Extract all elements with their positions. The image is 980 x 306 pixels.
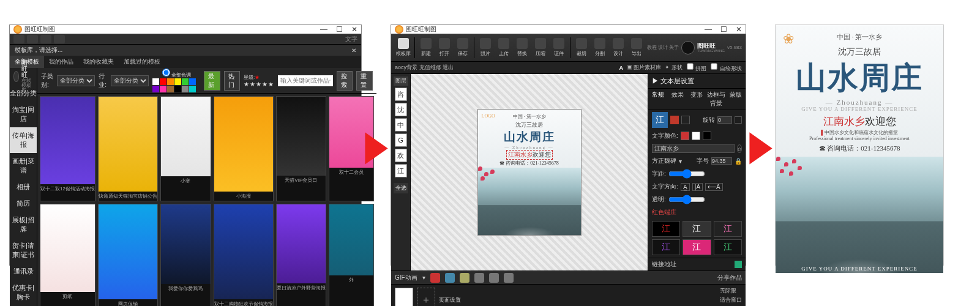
- template-card[interactable]: 剪纸: [40, 204, 95, 306]
- ribbon-undo-button[interactable]: 上传: [495, 38, 512, 57]
- ribbon-swap-button[interactable]: 替换: [514, 38, 531, 57]
- color-swatch[interactable]: [182, 86, 189, 92]
- layer-item[interactable]: G: [395, 133, 407, 147]
- copy-icon[interactable]: [445, 273, 455, 283]
- template-card[interactable]: 天猫VIP会员日: [276, 96, 326, 201]
- color-swatch[interactable]: [189, 86, 196, 92]
- lock-icon[interactable]: 🔒: [735, 158, 742, 165]
- size-input[interactable]: [711, 157, 732, 165]
- library-tab[interactable]: 加载过的模板: [119, 56, 165, 68]
- layer-item[interactable]: 江: [395, 164, 407, 177]
- category-item[interactable]: 相册: [10, 179, 37, 195]
- color-swatch[interactable]: [182, 78, 189, 85]
- dir-vertical-button[interactable]: |A: [692, 183, 703, 191]
- child-select[interactable]: 全部分类: [57, 75, 95, 86]
- toolbar-icon[interactable]: [27, 35, 38, 43]
- category-item[interactable]: 全部分类: [10, 85, 37, 102]
- hot-button[interactable]: 热门: [224, 71, 240, 91]
- color-all-radio[interactable]: [162, 69, 170, 76]
- minimize-icon[interactable]: —: [705, 25, 712, 34]
- industry-select[interactable]: 全部分类: [111, 75, 149, 86]
- layer-item[interactable]: 欢: [395, 149, 407, 162]
- maximize-icon[interactable]: ☐: [720, 25, 727, 34]
- dir-rtl-button[interactable]: ⟵A: [705, 183, 723, 191]
- color-swatch-icon[interactable]: [670, 116, 679, 124]
- dir-horizontal-button[interactable]: A̲: [681, 183, 690, 191]
- font-family-select[interactable]: 方正魏碑: [652, 157, 676, 165]
- template-card[interactable]: 小海报: [214, 96, 274, 201]
- text-preset[interactable]: 江: [683, 239, 711, 255]
- text-preset[interactable]: 江: [683, 221, 711, 237]
- canvas-area[interactable]: LOGO 中国 · 第一水乡 沈万三故居 山水周庄 — Zhouzhuang —…: [411, 74, 648, 271]
- template-card[interactable]: 双十二双12促销活动海报: [40, 96, 95, 201]
- template-card[interactable]: 外: [329, 204, 374, 306]
- layer-item[interactable]: 咨: [395, 88, 407, 101]
- text-color-swatch[interactable]: [692, 132, 700, 140]
- latest-button[interactable]: 最新: [204, 71, 220, 91]
- category-item[interactable]: 画册|菜谱: [10, 153, 37, 179]
- template-card[interactable]: 小寒: [160, 96, 211, 201]
- color-swatch[interactable]: [167, 78, 174, 85]
- share-button[interactable]: 分享作品: [717, 274, 742, 282]
- ribbon-cut-button[interactable]: 裁切: [573, 38, 590, 57]
- ribbon-new-button[interactable]: 新建: [417, 38, 435, 57]
- page-settings-label[interactable]: 页面设置: [439, 296, 461, 304]
- template-card[interactable]: 快递通知天猫淘宝店铺公告: [98, 96, 158, 201]
- lock-icon[interactable]: [460, 273, 469, 283]
- props-tab[interactable]: 边框与背景: [706, 89, 726, 110]
- props-tab[interactable]: 常规: [648, 89, 668, 110]
- text-color-swatch[interactable]: [703, 132, 711, 140]
- close-icon[interactable]: ✕: [736, 25, 742, 34]
- template-card[interactable]: 夏日清凉户外野营海报: [276, 204, 326, 306]
- toolbar-icon[interactable]: [13, 35, 24, 43]
- text-preset[interactable]: 江: [714, 221, 742, 237]
- text-color-swatch[interactable]: [681, 132, 689, 140]
- window2-titlebar[interactable]: 图旺旺制图 — ☐ ✕: [391, 25, 746, 34]
- lock-icon[interactable]: [474, 273, 484, 283]
- props-tab[interactable]: 效果: [668, 89, 687, 110]
- category-item[interactable]: 展板|招牌: [10, 212, 37, 237]
- text-tool-button[interactable]: A: [619, 65, 623, 71]
- text-preset[interactable]: 江: [652, 221, 680, 237]
- color-swatch[interactable]: [152, 86, 159, 92]
- library-tab[interactable]: 我的收藏夹: [78, 56, 119, 68]
- toolbar-icon[interactable]: [54, 35, 65, 43]
- color-swatch[interactable]: [174, 78, 181, 85]
- layer-item[interactable]: 沈: [395, 103, 407, 116]
- color-swatch-icon[interactable]: [681, 116, 690, 124]
- maximize-icon[interactable]: ☐: [336, 25, 343, 34]
- search-button[interactable]: 搜索: [337, 71, 353, 91]
- page-thumbnail[interactable]: [395, 288, 413, 307]
- category-item[interactable]: 传单|海报: [10, 127, 37, 153]
- toolbar-icon[interactable]: [40, 35, 51, 43]
- add-page-button[interactable]: ＋: [417, 288, 435, 307]
- ribbon-screen-button[interactable]: 设计: [610, 38, 627, 57]
- reset-button[interactable]: 重置: [356, 71, 372, 91]
- color-swatch[interactable]: [160, 86, 166, 92]
- close-icon[interactable]: ✕: [351, 25, 357, 34]
- ribbon-gear-button[interactable]: 导出: [628, 38, 645, 57]
- ribbon-id-button[interactable]: 证件: [550, 38, 567, 57]
- lock-icon[interactable]: [489, 273, 499, 283]
- magnify-icon[interactable]: ⌕: [737, 144, 742, 153]
- view-option[interactable]: 适合窗口: [720, 296, 742, 304]
- shape-button[interactable]: 形状: [671, 64, 683, 70]
- color-swatch[interactable]: [189, 78, 196, 85]
- search-input[interactable]: [278, 75, 333, 86]
- ribbon-home-button[interactable]: 模板库: [395, 38, 412, 57]
- layer-item[interactable]: 中: [395, 118, 407, 132]
- alpha-slider[interactable]: [668, 195, 705, 204]
- poster-welcome-hi[interactable]: 江南水乡: [508, 151, 533, 158]
- ribbon-open-button[interactable]: 打开: [436, 38, 453, 57]
- color-swatch[interactable]: [174, 86, 181, 92]
- lock-icon[interactable]: [504, 273, 514, 283]
- category-item[interactable]: 通讯录: [10, 263, 37, 280]
- category-item[interactable]: 优惠卡|胸卡: [10, 280, 37, 305]
- rotate-input[interactable]: [717, 116, 732, 124]
- delete-icon[interactable]: [430, 273, 440, 283]
- color-swatch[interactable]: [167, 86, 174, 92]
- category-item[interactable]: 贺卡|请柬|证书: [10, 237, 37, 263]
- close-panel-icon[interactable]: ✕: [351, 47, 356, 54]
- image-lib-button[interactable]: 图片素材库: [634, 64, 661, 70]
- color-swatch[interactable]: [152, 78, 159, 85]
